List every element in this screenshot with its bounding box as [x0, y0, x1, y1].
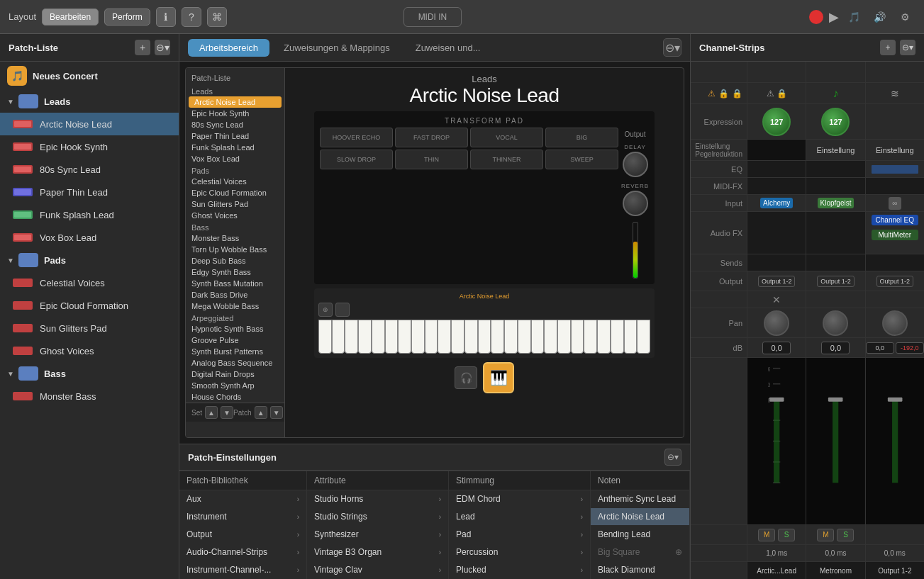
sidebar-options-btn[interactable]: ⊖▾ — [155, 40, 170, 55]
cs2-mute-btn[interactable]: M — [817, 529, 834, 541]
leads-group-header[interactable]: ▼ Leads — [0, 90, 179, 113]
patch-header-options[interactable]: ⊖▾ — [664, 449, 681, 466]
mini-item-torn-up[interactable]: Torn Up Wobble Bass — [186, 244, 284, 255]
attr-item-vintage-b3[interactable]: Vintage B3 Organ › — [307, 544, 448, 561]
tp-btn-slow-drop[interactable]: SLOW DROP — [320, 150, 393, 169]
keyboard-ctrl-2[interactable] — [335, 303, 350, 317]
patch-nav-prev[interactable]: ▲ — [255, 406, 267, 419]
attr-item-vintage-clav[interactable]: Vintage Clav › — [307, 561, 448, 579]
mini-item-dark-bass[interactable]: Dark Bass Drive — [186, 289, 284, 300]
stimm-item-edm-chord[interactable]: EDM Chord › — [449, 490, 590, 508]
instrument-main-icon[interactable]: 🎹 — [483, 362, 514, 393]
mini-item-groove-pulse[interactable]: Groove Pulse — [186, 335, 284, 346]
cs2-pan-knob[interactable] — [823, 310, 848, 336]
white-key-4[interactable] — [358, 320, 372, 354]
attr-item-synthesizer[interactable]: Synthesizer › — [307, 526, 448, 544]
mini-item-deep-sub[interactable]: Deep Sub Bass — [186, 255, 284, 266]
tp-btn-thinner[interactable]: THINNER — [470, 150, 543, 169]
cs1-pan-knob[interactable] — [764, 310, 789, 336]
cs1-mute-btn[interactable]: M — [758, 529, 775, 541]
sidebar-item-epic-cloud[interactable]: Epic Cloud Formation — [0, 294, 179, 317]
white-key-15[interactable] — [504, 320, 518, 354]
tab-zuweisen-und[interactable]: Zuweisen und... — [404, 39, 492, 57]
mini-item-arctic[interactable]: Arctic Noise Lead — [189, 96, 282, 108]
bib-item-instrument-channel[interactable]: Instrument-Channel-... › — [179, 561, 306, 579]
cs1-solo-btn[interactable]: S — [778, 529, 795, 541]
mini-item-house-chords[interactable]: House Chords — [186, 391, 284, 403]
cs2-solo-btn[interactable]: S — [837, 529, 854, 541]
set-nav-prev[interactable]: ▲ — [205, 406, 218, 419]
white-key-20[interactable] — [571, 320, 584, 354]
mini-item-vox-box[interactable]: Vox Box Lead — [186, 153, 284, 164]
tp-btn-fast-drop[interactable]: FAST DROP — [395, 128, 468, 147]
tab-zuweisungen[interactable]: Zuweisungen & Mappings — [272, 39, 401, 57]
stimm-item-plucked[interactable]: Plucked › — [449, 561, 590, 579]
bib-item-aux[interactable]: Aux › — [179, 490, 306, 508]
noten-bending[interactable]: Bending Lead — [591, 526, 689, 544]
bearbeiten-btn[interactable]: Bearbeiten — [42, 9, 99, 26]
metronome-icon[interactable]: 🎵 — [845, 7, 864, 27]
white-key-9[interactable] — [425, 320, 438, 354]
add-patch-btn[interactable]: + — [135, 40, 150, 55]
volume-icon[interactable]: 🔊 — [870, 7, 890, 27]
perform-btn[interactable]: Perform — [104, 9, 150, 26]
white-key-10[interactable] — [438, 320, 451, 354]
info-icon[interactable]: ℹ — [156, 7, 176, 27]
keyboard-ctrl-1[interactable]: ⊕ — [318, 303, 333, 317]
white-key-22[interactable] — [597, 320, 611, 354]
cs2-expression-knob[interactable]: 127 — [821, 108, 850, 136]
reverb-knob[interactable] — [623, 191, 648, 216]
sidebar-item-ghost-voices[interactable]: Ghost Voices — [0, 339, 179, 362]
cs2-input-plugin[interactable]: Klopfgeist — [818, 198, 855, 208]
mini-item-epic-cloud[interactable]: Epic Cloud Formation — [186, 187, 284, 198]
tp-btn-thin[interactable]: THIN — [395, 150, 468, 169]
delay-knob[interactable] — [623, 152, 648, 177]
cs2-output-box[interactable]: Output 1-2 — [817, 276, 855, 287]
white-key-8[interactable] — [411, 320, 425, 354]
attr-item-studio-horns[interactable]: Studio Horns › — [307, 490, 448, 508]
bib-item-output[interactable]: Output › — [179, 526, 306, 544]
tp-btn-big[interactable]: BIG — [545, 128, 618, 147]
bib-item-audio-channel[interactable]: Audio-Channel-Strips › — [179, 544, 306, 561]
mini-item-funk-splash[interactable]: Funk Splash Lead — [186, 142, 284, 153]
sidebar-item-80s-sync-lead[interactable]: 80s Sync Lead — [0, 158, 179, 181]
bib-item-instrument[interactable]: Instrument › — [179, 508, 306, 526]
cs-add-btn[interactable]: + — [880, 40, 896, 55]
white-key-18[interactable] — [544, 320, 557, 354]
mini-item-hypnotic[interactable]: Hypnotic Synth Bass — [186, 323, 284, 335]
attr-item-studio-strings[interactable]: Studio Strings › — [307, 508, 448, 526]
cs3-link-icon[interactable]: ∞ — [889, 197, 901, 210]
sidebar-item-funk-splash-lead[interactable]: Funk Splash Lead — [0, 203, 179, 226]
mini-item-edgy-synth[interactable]: Edgy Synth Bass — [186, 266, 284, 278]
stimm-item-percussion[interactable]: Percussion › — [449, 544, 590, 561]
noten-big-square-plus[interactable]: ⊕ — [675, 547, 682, 557]
cs-options-btn[interactable]: ⊖▾ — [900, 40, 915, 55]
white-key-12[interactable] — [464, 320, 478, 354]
mini-item-smooth-synth[interactable]: Smooth Synth Arp — [186, 380, 284, 391]
mini-item-ghost-voices[interactable]: Ghost Voices — [186, 210, 284, 221]
noten-big-square[interactable]: Big Square ⊕ — [591, 544, 689, 561]
cs3-channel-eq[interactable]: Channel EQ — [872, 215, 918, 225]
sidebar-item-epic-hook-synth[interactable]: Epic Hook Synth — [0, 135, 179, 158]
set-nav-next[interactable]: ▼ — [221, 406, 233, 419]
sustain-icon[interactable]: 🎧 — [455, 366, 477, 389]
wrench-icon[interactable]: ⌘ — [207, 7, 227, 27]
cs1-output-box[interactable]: Output 1-2 — [758, 276, 796, 287]
white-key-7[interactable] — [398, 320, 411, 354]
white-key-5[interactable] — [372, 320, 385, 354]
mini-item-epic-hook[interactable]: Epic Hook Synth — [186, 108, 284, 119]
white-key-19[interactable] — [557, 320, 571, 354]
cs3-multimeter[interactable]: MultiMeter — [872, 230, 918, 240]
sidebar-item-vox-box-lead[interactable]: Vox Box Lead — [0, 226, 179, 249]
white-key-25[interactable] — [637, 320, 650, 354]
white-key-6[interactable] — [385, 320, 399, 354]
sidebar-item-arctic-noise-lead[interactable]: Arctic Noise Lead — [0, 113, 179, 135]
tab-options-btn[interactable]: ⊖▾ — [663, 38, 681, 57]
sidebar-item-monster-bass[interactable]: Monster Bass — [0, 385, 179, 407]
white-key-23[interactable] — [611, 320, 624, 354]
tp-btn-sweep[interactable]: SWEEP — [545, 150, 618, 169]
sidebar-item-paper-thin-lead[interactable]: Paper Thin Lead — [0, 181, 179, 203]
play-button[interactable]: ▶ — [829, 9, 839, 25]
cs1-input-plugin[interactable]: Alchemy — [760, 198, 793, 208]
mini-item-paper-thin[interactable]: Paper Thin Lead — [186, 130, 284, 142]
